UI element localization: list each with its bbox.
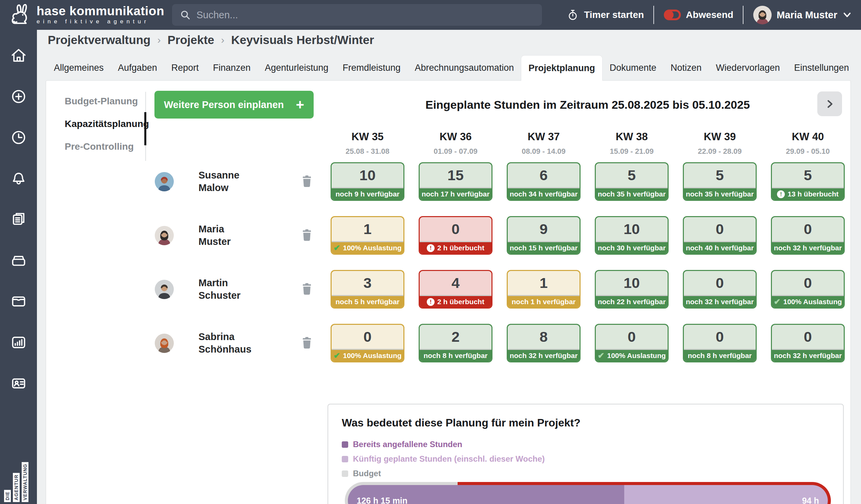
remove-person-button[interactable] <box>301 336 313 350</box>
app-logo[interactable]: hase kommunikation eine fiktive agentur <box>10 4 164 26</box>
brand-name: hase kommunikation <box>37 4 164 18</box>
next-period-button[interactable] <box>817 92 842 116</box>
planned-hours-value: 1 <box>332 217 404 241</box>
capacity-cell-kw-35[interactable]: 3noch 5 h verfügbar <box>331 270 405 309</box>
capacity-cell-kw-40[interactable]: 0noch 32 h verfügbar <box>771 324 845 363</box>
cell-status-label: 2 h überbucht <box>437 298 484 306</box>
capacity-cell-kw-38[interactable]: 10noch 22 h verfügbar <box>595 270 669 309</box>
clock-icon[interactable] <box>9 128 28 147</box>
capacity-cell-kw-40[interactable]: 0noch 32 h verfügbar <box>771 216 845 255</box>
legend-label: Künftig geplante Stunden (einschl. diese… <box>353 454 545 464</box>
tab-dokumente[interactable]: Dokumente <box>603 55 664 81</box>
capacity-cell-kw-39[interactable]: 0noch 32 h verfügbar <box>683 270 757 309</box>
cell-status-footer: noch 17 h verfügbar <box>420 187 491 200</box>
capacity-cell-kw-40[interactable]: 0✔100% Auslastung <box>771 270 845 309</box>
planned-hours-value: 10 <box>596 271 668 295</box>
planned-hours-value: 0 <box>772 217 844 241</box>
legend-swatch <box>342 456 348 462</box>
subnav-item-pre-controlling[interactable]: Pre-Controlling <box>65 141 134 152</box>
check-icon: ✔ <box>598 351 604 360</box>
week-label: KW 38 <box>595 131 669 143</box>
tab-agenturleistung[interactable]: Agenturleistung <box>258 55 336 81</box>
timer-start-button[interactable]: Timer starten <box>566 9 644 21</box>
tab-projektplanung[interactable]: Projektplanung <box>521 55 603 81</box>
capacity-cell-kw-39[interactable]: 0noch 40 h verfügbar <box>683 216 757 255</box>
contact-card-icon[interactable] <box>9 374 28 393</box>
capacity-cell-kw-37[interactable]: 9noch 15 h verfügbar <box>507 216 580 255</box>
tab-report[interactable]: Report <box>164 55 206 81</box>
person-week-cells: 1✔100% Auslastung0!2 h überbucht9noch 15… <box>331 216 845 255</box>
capacity-cell-kw-35[interactable]: 10noch 9 h verfügbar <box>331 162 405 201</box>
remove-person-button[interactable] <box>301 175 313 188</box>
subnav-item-budget-planung[interactable]: Budget-Planung <box>65 96 138 107</box>
capacity-cell-kw-38[interactable]: 0✔100% Auslastung <box>595 324 669 363</box>
cell-status-label: noch 30 h verfügbar <box>598 244 666 252</box>
cell-status-footer: ✔100% Auslastung <box>332 241 404 254</box>
copy-docs-icon[interactable] <box>9 210 28 229</box>
week-range: 29.09 - 05.10 <box>771 147 845 156</box>
tab-notizen[interactable]: Notizen <box>664 55 709 81</box>
capacity-cell-kw-36[interactable]: 2noch 8 h verfügbar <box>419 324 492 363</box>
capacity-cell-kw-35[interactable]: 1✔100% Auslastung <box>331 216 405 255</box>
bell-icon[interactable] <box>9 169 28 188</box>
wallet-icon[interactable] <box>9 292 28 311</box>
tab-aufgaben[interactable]: Aufgaben <box>111 55 164 81</box>
capacity-cell-kw-40[interactable]: 5!13 h überbucht <box>771 162 845 201</box>
plus-icon: + <box>296 97 304 112</box>
capacity-cell-kw-37[interactable]: 6noch 34 h verfügbar <box>507 162 580 201</box>
capacity-cell-kw-38[interactable]: 10noch 30 h verfügbar <box>595 216 669 255</box>
cell-status-footer: noch 5 h verfügbar <box>332 295 404 308</box>
stopwatch-icon <box>566 9 579 21</box>
capacity-cell-kw-38[interactable]: 5noch 35 h verfügbar <box>595 162 669 201</box>
planned-hours-value: 0 <box>332 325 404 349</box>
tab-allgemeines[interactable]: Allgemeines <box>47 55 111 81</box>
capacity-cell-kw-37[interactable]: 1noch 1 h verfügbar <box>507 270 580 309</box>
cell-status-label: 100% Auslastung <box>607 352 666 360</box>
cell-status-footer: noch 8 h verfügbar <box>420 349 491 362</box>
add-person-button[interactable]: Weitere Person einplanen + <box>154 91 314 119</box>
tab-einstellungen[interactable]: Einstellungen <box>787 55 856 81</box>
user-name: Maria Muster <box>777 10 837 21</box>
person-name: SabrinaSchönhaus <box>199 330 251 356</box>
user-menu[interactable]: Maria Muster <box>753 5 852 24</box>
person-row-martin-schuster: MartinSchuster 3noch 5 h verfügbar4!2 h … <box>46 270 850 309</box>
person-avatar <box>154 280 174 299</box>
subnav-item-kapazit-tsplanung[interactable]: Kapazitätsplanung <box>65 119 149 130</box>
capacity-cell-kw-39[interactable]: 5noch 35 h verfügbar <box>683 162 757 201</box>
user-avatar <box>753 5 772 24</box>
tab-abrechnungsautomation[interactable]: Abrechnungsautomation <box>408 55 521 81</box>
capacity-cell-kw-36[interactable]: 0!2 h überbucht <box>419 216 492 255</box>
projektplanung-panel: Budget-PlanungKapazitätsplanungPre-Contr… <box>46 80 851 504</box>
breadcrumb-item-projektverwaltung[interactable]: Projektverwaltung <box>48 33 150 47</box>
capacity-cell-kw-36[interactable]: 4!2 h überbucht <box>419 270 492 309</box>
capacity-cell-kw-37[interactable]: 8noch 32 h verfügbar <box>507 324 580 363</box>
plus-circle-icon[interactable] <box>9 87 28 106</box>
tab-wiedervorlagen[interactable]: Wiedervorlagen <box>709 55 787 81</box>
capacity-cell-kw-35[interactable]: 0✔100% Auslastung <box>331 324 405 363</box>
week-header-kw-36: KW 3601.09 - 07.09 <box>419 131 492 156</box>
divider <box>743 6 743 24</box>
bar-chart-icon[interactable] <box>9 333 28 352</box>
cell-status-footer: noch 1 h verfügbar <box>508 295 579 308</box>
breadcrumb-item-projekte[interactable]: Projekte <box>167 33 214 47</box>
legend-item-budget: Budget <box>342 469 545 478</box>
presence-toggle[interactable]: Abwesend <box>664 9 733 21</box>
capacity-cell-kw-36[interactable]: 15noch 17 h verfügbar <box>419 162 492 201</box>
planned-hours-value: 8 <box>508 325 579 349</box>
global-search[interactable] <box>172 4 542 26</box>
cell-status-label: noch 15 h verfügbar <box>510 244 578 252</box>
storage-box-icon[interactable] <box>9 251 28 270</box>
tab-fremdleistung[interactable]: Fremdleistung <box>335 55 408 81</box>
agency-badge-word: DIE <box>4 490 11 502</box>
week-label: KW 37 <box>507 131 580 143</box>
capacity-cell-kw-39[interactable]: 0noch 8 h verfügbar <box>683 324 757 363</box>
cell-status-label: 100% Auslastung <box>343 244 402 252</box>
breadcrumb-separator: › <box>157 34 161 46</box>
week-label: KW 39 <box>683 131 757 143</box>
home-icon[interactable] <box>9 46 28 65</box>
tab-finanzen[interactable]: Finanzen <box>206 55 258 81</box>
search-input[interactable] <box>196 10 534 21</box>
remove-person-button[interactable] <box>301 229 313 242</box>
cell-status-footer: noch 32 h verfügbar <box>508 349 579 362</box>
remove-person-button[interactable] <box>301 283 313 296</box>
